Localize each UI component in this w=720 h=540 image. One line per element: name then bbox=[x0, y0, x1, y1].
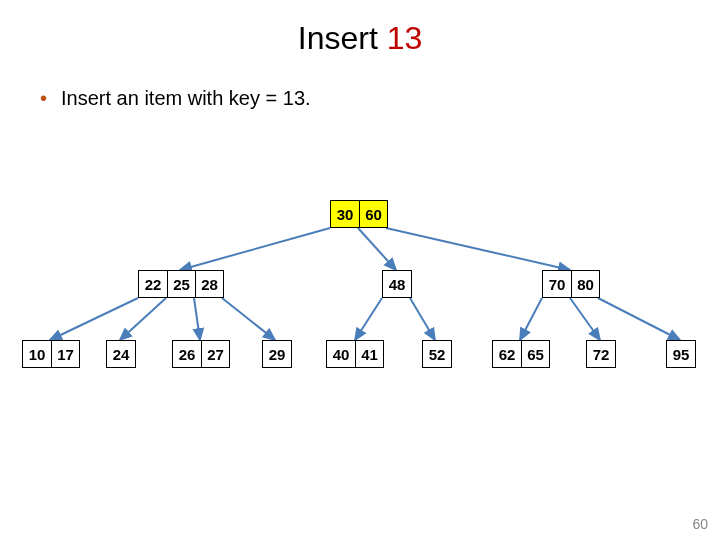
leaf-node-4: 40 41 bbox=[326, 340, 384, 368]
internal-node-0: 22 25 28 bbox=[138, 270, 224, 298]
node-key: 10 bbox=[23, 341, 51, 367]
svg-line-10 bbox=[570, 298, 600, 340]
svg-line-1 bbox=[358, 228, 396, 270]
node-key: 28 bbox=[195, 271, 223, 297]
node-key: 72 bbox=[587, 341, 615, 367]
leaf-node-2: 26 27 bbox=[172, 340, 230, 368]
svg-line-0 bbox=[180, 228, 330, 270]
svg-line-6 bbox=[222, 298, 275, 340]
node-key: 24 bbox=[107, 341, 135, 367]
svg-line-5 bbox=[194, 298, 200, 340]
tree-edges bbox=[0, 0, 720, 540]
svg-line-8 bbox=[410, 298, 435, 340]
internal-node-1: 48 bbox=[382, 270, 412, 298]
leaf-node-3: 29 bbox=[262, 340, 292, 368]
svg-line-9 bbox=[520, 298, 542, 340]
root-key-0: 30 bbox=[331, 201, 359, 227]
tree-root-node: 30 60 bbox=[330, 200, 388, 228]
node-key: 62 bbox=[493, 341, 521, 367]
node-key: 25 bbox=[167, 271, 195, 297]
node-key: 65 bbox=[521, 341, 549, 367]
leaf-node-0: 10 17 bbox=[22, 340, 80, 368]
leaf-node-7: 72 bbox=[586, 340, 616, 368]
leaf-node-5: 52 bbox=[422, 340, 452, 368]
svg-line-7 bbox=[355, 298, 382, 340]
root-key-1: 60 bbox=[359, 201, 387, 227]
page-number: 60 bbox=[692, 516, 708, 532]
svg-line-3 bbox=[50, 298, 138, 340]
diagram-stage: 30 60 22 25 28 48 70 80 10 17 24 26 27 2… bbox=[0, 0, 720, 540]
node-key: 95 bbox=[667, 341, 695, 367]
node-key: 52 bbox=[423, 341, 451, 367]
svg-line-2 bbox=[386, 228, 570, 270]
leaf-node-8: 95 bbox=[666, 340, 696, 368]
node-key: 80 bbox=[571, 271, 599, 297]
internal-node-2: 70 80 bbox=[542, 270, 600, 298]
node-key: 40 bbox=[327, 341, 355, 367]
svg-line-4 bbox=[120, 298, 166, 340]
node-key: 29 bbox=[263, 341, 291, 367]
node-key: 26 bbox=[173, 341, 201, 367]
node-key: 27 bbox=[201, 341, 229, 367]
node-key: 22 bbox=[139, 271, 167, 297]
leaf-node-6: 62 65 bbox=[492, 340, 550, 368]
svg-line-11 bbox=[598, 298, 680, 340]
leaf-node-1: 24 bbox=[106, 340, 136, 368]
node-key: 17 bbox=[51, 341, 79, 367]
node-key: 48 bbox=[383, 271, 411, 297]
node-key: 41 bbox=[355, 341, 383, 367]
node-key: 70 bbox=[543, 271, 571, 297]
